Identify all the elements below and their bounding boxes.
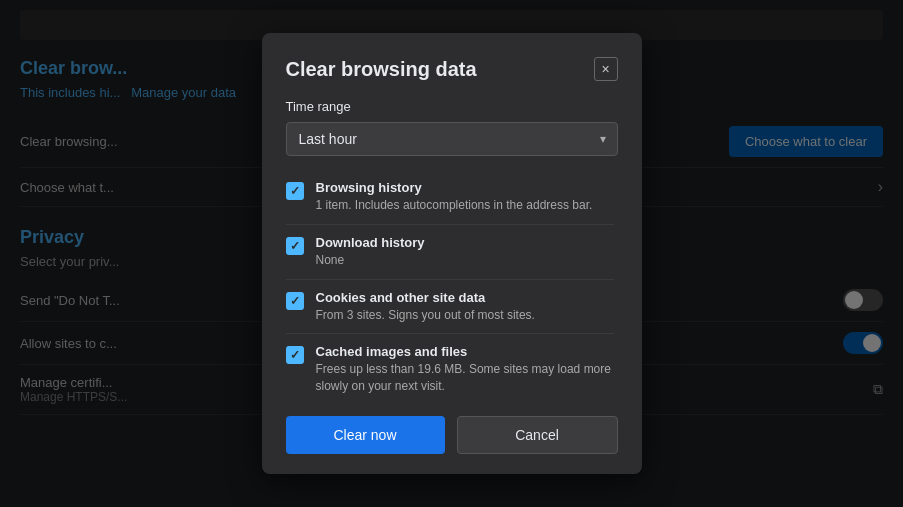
download-history-label: Download history [316,235,425,250]
checkbox-cached: ✓ Cached images and files Frees up less … [286,333,614,400]
cookies-label: Cookies and other site data [316,290,535,305]
download-history-content: Download history None [316,235,425,269]
checkbox-browsing-history: ✓ Browsing history 1 item. Includes auto… [286,170,614,224]
check-mark: ✓ [290,239,300,253]
browsing-history-desc: 1 item. Includes autocompletions in the … [316,197,593,214]
checkbox-cookies: ✓ Cookies and other site data From 3 sit… [286,279,614,334]
clear-browsing-dialog: Clear browsing data × Time range Last ho… [262,33,642,474]
cached-content: Cached images and files Frees up less th… [316,344,614,395]
cookies-content: Cookies and other site data From 3 sites… [316,290,535,324]
cancel-button[interactable]: Cancel [457,416,618,454]
cached-desc: Frees up less than 19.6 MB. Some sites m… [316,361,614,395]
clear-now-button[interactable]: Clear now [286,416,445,454]
cookies-checkbox[interactable]: ✓ [286,292,304,310]
dialog-footer: Clear now Cancel [286,416,618,454]
browsing-history-content: Browsing history 1 item. Includes autoco… [316,180,593,214]
download-history-desc: None [316,252,425,269]
cached-label: Cached images and files [316,344,614,359]
time-range-select[interactable]: Last hour Last 24 hours Last 7 days Last… [286,122,618,156]
check-mark: ✓ [290,184,300,198]
dialog-header: Clear browsing data × [286,57,618,81]
checkbox-download-history: ✓ Download history None [286,224,614,279]
browsing-history-label: Browsing history [316,180,593,195]
time-range-label: Time range [286,99,618,114]
download-history-checkbox[interactable]: ✓ [286,237,304,255]
check-mark: ✓ [290,348,300,362]
check-mark: ✓ [290,294,300,308]
close-button[interactable]: × [594,57,618,81]
cookies-desc: From 3 sites. Signs you out of most site… [316,307,535,324]
browsing-history-checkbox[interactable]: ✓ [286,182,304,200]
modal-overlay: Clear browsing data × Time range Last ho… [0,0,903,507]
cached-checkbox[interactable]: ✓ [286,346,304,364]
checkboxes-area: ✓ Browsing history 1 item. Includes auto… [286,170,618,400]
dialog-title: Clear browsing data [286,58,477,81]
time-range-wrapper: Last hour Last 24 hours Last 7 days Last… [286,122,618,156]
